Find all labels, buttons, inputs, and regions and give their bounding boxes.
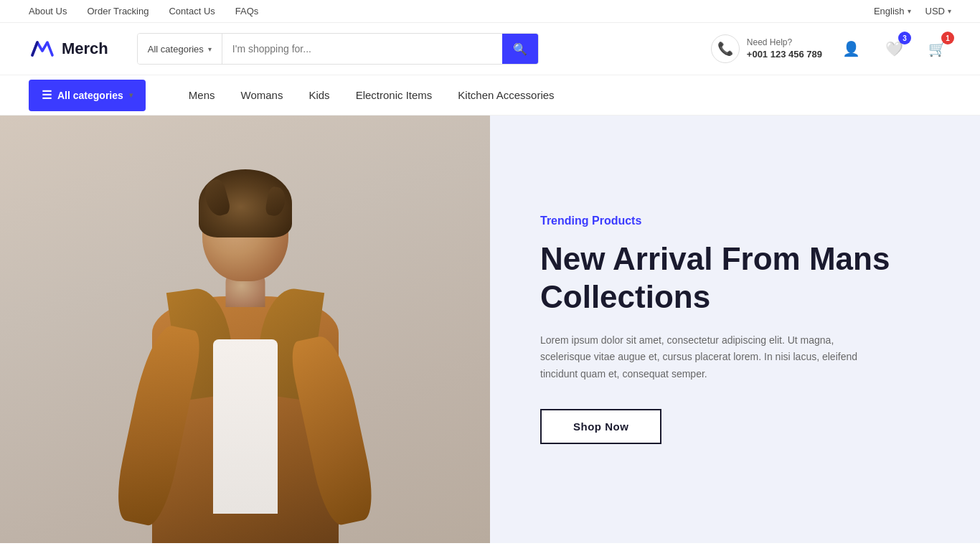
hero-section: Trending Products New Arrival From Mans … [0,116,980,543]
help-phone: +001 123 456 789 [747,48,822,61]
logo-text: Merch [62,39,108,58]
contact-us-link[interactable]: Contact Us [169,6,215,17]
nav-womans[interactable]: Womans [241,89,283,101]
header-right: 📞 Need Help? +001 123 456 789 👤 🤍 3 🛒 1 [711,34,951,63]
hero-title: New Arrival From Mans Collections [540,240,937,316]
search-button[interactable]: 🔍 [502,34,538,64]
hero-content: Trending Products New Arrival From Mans … [490,116,980,543]
account-button[interactable]: 👤 [837,34,865,63]
category-dropdown[interactable]: All categories ▾ [138,34,222,64]
wishlist-button[interactable]: 🤍 3 [880,34,908,63]
wishlist-badge: 3 [898,32,911,44]
order-tracking-link[interactable]: Order Tracking [87,6,149,17]
category-chevron-icon: ▾ [208,45,212,53]
main-nav: ☰ All categories ▾ Mens Womans Kids Elec… [0,75,980,116]
nav-links: Mens Womans Kids Electronic Items Kitche… [189,89,555,101]
cart-badge: 1 [941,32,954,44]
search-icon: 🔍 [513,42,527,56]
top-bar-links: About Us Order Tracking Contact Us FAQs [29,6,258,17]
header: Merch All categories ▾ 🔍 📞 Need Help? +0… [0,23,980,75]
search-bar: All categories ▾ 🔍 [137,33,539,65]
nav-kitchen[interactable]: Kitchen Accessories [458,89,554,101]
top-bar: About Us Order Tracking Contact Us FAQs … [0,0,980,23]
hero-description: Lorem ipsum dolor sit amet, consectetur … [540,332,885,383]
cart-button[interactable]: 🛒 1 [923,34,951,63]
all-categories-button[interactable]: ☰ All categories ▾ [29,80,146,111]
currency-selector[interactable]: USD ▾ [925,6,951,17]
phone-icon: 📞 [711,34,740,63]
language-selector[interactable]: English ▾ [874,6,911,17]
language-chevron-icon: ▾ [908,7,911,15]
category-label: All categories [148,44,204,55]
language-label: English [874,6,905,17]
help-label: Need Help? [747,37,792,47]
currency-chevron-icon: ▾ [948,7,951,15]
nav-electronic[interactable]: Electronic Items [356,89,433,101]
search-input[interactable] [222,43,502,55]
hero-image [0,116,490,543]
logo[interactable]: Merch [29,35,108,62]
account-icon: 👤 [842,40,860,57]
all-categories-label: All categories [57,90,123,101]
trending-label: Trending Products [540,215,937,227]
hero-person-figure [0,116,490,543]
about-us-link[interactable]: About Us [29,6,67,17]
faqs-link[interactable]: FAQs [235,6,259,17]
hamburger-icon: ☰ [42,88,52,102]
logo-icon [29,35,56,62]
help-text: Need Help? +001 123 456 789 [747,37,822,62]
nav-mens[interactable]: Mens [189,89,215,101]
shop-now-button[interactable]: Shop Now [540,409,661,444]
top-bar-right: English ▾ USD ▾ [874,6,951,17]
currency-label: USD [925,6,945,17]
nav-kids[interactable]: Kids [308,89,329,101]
help-block: 📞 Need Help? +001 123 456 789 [711,34,822,63]
all-categories-chevron-icon: ▾ [129,91,133,99]
